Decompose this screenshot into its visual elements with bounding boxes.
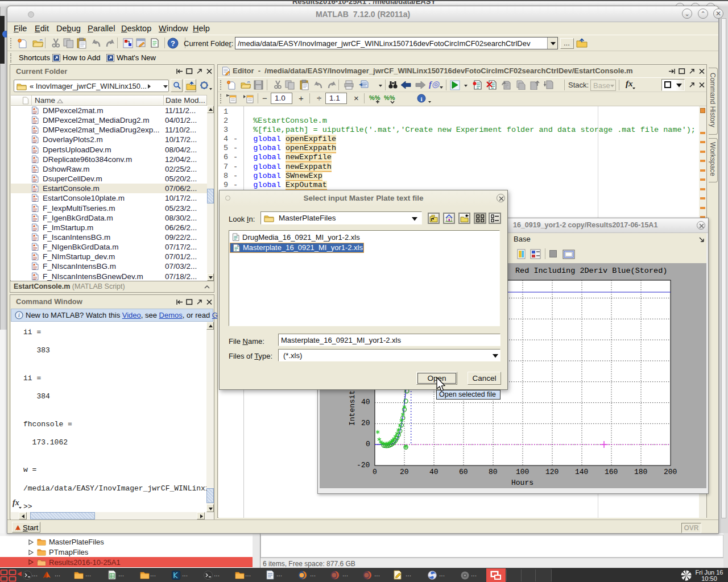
- svg-text:i: i: [18, 312, 20, 318]
- svg-text:%%: %%: [384, 94, 395, 101]
- svg-text:%%: %%: [369, 94, 380, 101]
- svg-text:?: ?: [171, 39, 175, 48]
- svg-text:i: i: [420, 95, 422, 102]
